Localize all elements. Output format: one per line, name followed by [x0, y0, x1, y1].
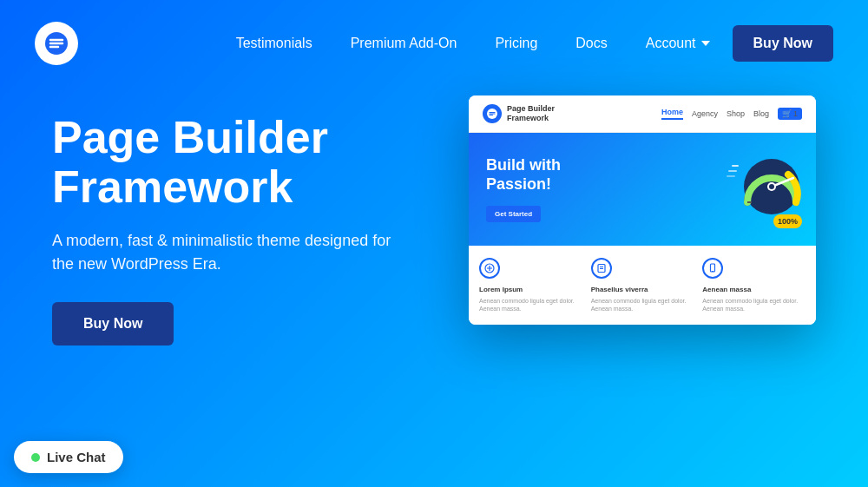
hero-subtitle: A modern, fast & minimalistic theme desi… — [52, 229, 399, 276]
mockup-logo-text: Page Builder Framework — [507, 104, 555, 123]
nav-pricing[interactable]: Pricing — [479, 29, 553, 58]
header: Testimonials Premium Add-On Pricing Docs… — [0, 0, 868, 87]
mockup-hero-title: Build with Passion! — [486, 156, 561, 194]
feature-1-icon — [479, 258, 500, 279]
mockup-nav-home: Home — [661, 108, 683, 120]
feature-3-title: Aenean massa — [702, 286, 751, 293]
feature-3-icon — [702, 258, 723, 279]
mockup-cart: 🛒1 — [778, 108, 802, 120]
mockup-get-started: Get Started — [486, 206, 541, 222]
mockup-nav: Home Agency Shop Blog 🛒1 — [661, 108, 802, 120]
mockup-feature-1: Lorem Ipsum Aenean commodo ligula eget d… — [479, 258, 582, 313]
mockup: Page Builder Framework Home Agency Shop … — [469, 95, 816, 325]
mockup-hero: Build with Passion! Get Started — [469, 133, 816, 246]
mockup-logo: Page Builder Framework — [483, 104, 555, 123]
mockup-nav-agency: Agency — [692, 109, 718, 118]
mockup-logo-icon — [483, 104, 502, 123]
feature-2-desc: Aenean commodo ligula eget dolor. Aenean… — [591, 297, 694, 313]
hero-title: Page Builder Framework — [52, 113, 434, 212]
mockup-hero-text: Build with Passion! Get Started — [486, 156, 561, 222]
nav-premium-addon[interactable]: Premium Add-On — [335, 29, 473, 58]
feature-2-title: Phasellus viverra — [591, 286, 648, 293]
gauge-label: 100% — [773, 214, 802, 228]
feature-1-desc: Aenean commodo ligula eget dolor. Aenean… — [479, 297, 582, 313]
svg-point-14 — [769, 184, 774, 189]
mockup-header: Page Builder Framework Home Agency Shop … — [469, 95, 816, 133]
feature-2-icon — [591, 258, 612, 279]
nav-docs[interactable]: Docs — [560, 29, 622, 58]
mockup-nav-shop: Shop — [727, 109, 745, 118]
logo[interactable] — [35, 22, 78, 65]
speedometer-gauge: 100% — [724, 150, 802, 228]
live-chat-widget[interactable]: Live Chat — [14, 441, 123, 473]
hero-section: Page Builder Framework A modern, fast & … — [0, 87, 868, 346]
feature-3-desc: Aenean commodo ligula eget dolor. Aenean… — [702, 297, 806, 313]
hero-text: Page Builder Framework A modern, fast & … — [52, 104, 434, 346]
svg-rect-22 — [711, 264, 715, 272]
live-chat-status-dot — [31, 453, 40, 462]
live-chat-label: Live Chat — [47, 450, 106, 464]
feature-1-title: Lorem Ipsum — [479, 286, 523, 293]
hero-buy-now-button[interactable]: Buy Now — [52, 302, 174, 346]
mockup-features: Lorem Ipsum Aenean commodo ligula eget d… — [469, 246, 816, 325]
main-nav: Testimonials Premium Add-On Pricing Docs… — [220, 25, 833, 62]
nav-buy-now-button[interactable]: Buy Now — [733, 25, 833, 62]
mockup-feature-2: Phasellus viverra Aenean commodo ligula … — [591, 258, 694, 313]
mockup-feature-3: Aenean massa Aenean commodo ligula eget … — [702, 258, 806, 313]
mockup-nav-blog: Blog — [753, 109, 769, 118]
nav-account[interactable]: Account — [630, 29, 726, 58]
mockup-wrapper: Page Builder Framework Home Agency Shop … — [469, 95, 816, 325]
logo-icon — [35, 22, 78, 65]
nav-testimonials[interactable]: Testimonials — [220, 29, 328, 58]
account-chevron-icon — [701, 41, 710, 46]
